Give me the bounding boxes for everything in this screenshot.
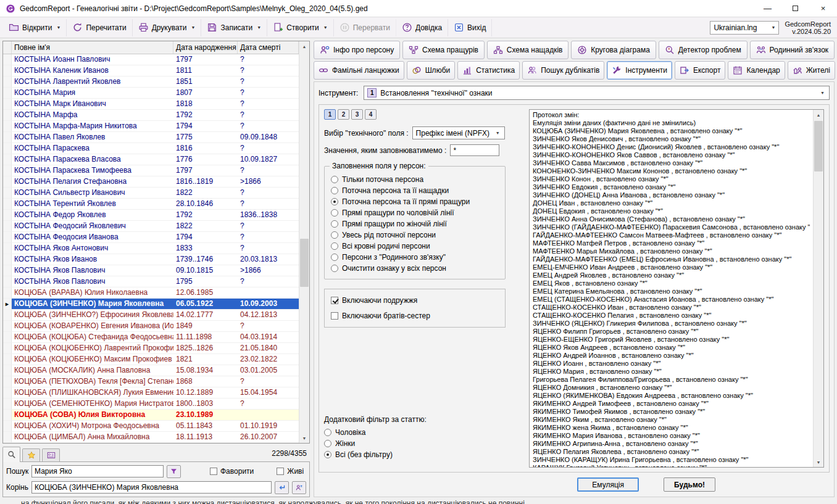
tab-search[interactable] (2, 447, 20, 462)
table-row[interactable]: КОСТЫНА Яков Антонович 1833 ? (3, 243, 299, 254)
protocol-log[interactable]: Протокол змін: Емуляція зміни даних (фак… (530, 110, 813, 467)
favorites-checkbox[interactable]: Фаворити (210, 467, 254, 476)
print-button[interactable]: Друкувати ▼ (133, 19, 202, 36)
gender-radio-option[interactable]: Жінки (324, 438, 523, 449)
table-row[interactable]: КОСТЫНА Яков Павлович 1795 ? (3, 276, 299, 287)
scope-radio-option[interactable]: Очистити ознаку у всіх персон (331, 263, 499, 274)
scope-radio-option[interactable]: Тільки поточна персона (331, 174, 499, 185)
tool-page-button[interactable]: 3 (351, 109, 363, 120)
grid-scrollbar[interactable]: ▲ ▼ (299, 41, 309, 443)
table-row[interactable]: КОСТЫНА Марфа 1792 ? (3, 110, 299, 121)
scrollbar-thumb[interactable] (300, 239, 309, 287)
maximize-button[interactable] (781, 0, 809, 17)
tab-descendants-chart[interactable]: Схема нащадків (487, 41, 568, 59)
scope-radio-option[interactable]: Прямі пращури по чоловічій лінії (331, 207, 499, 218)
tab-duplicates-search[interactable]: Пошук дублікатів (522, 61, 604, 80)
column-header-birth[interactable]: Дата народження (173, 41, 238, 54)
tab-residents[interactable]: Жителі (788, 61, 835, 80)
table-row[interactable]: КОСТЫНА Иоанн Павлович 1797 ? (3, 54, 299, 65)
reload-button[interactable]: Перечитати (67, 19, 132, 36)
table-row[interactable]: КОСТЫНА Марк Иванович 1818 ? (3, 99, 299, 110)
search-input[interactable]: Мария Яко (31, 465, 164, 477)
tab-circular-diagram[interactable]: Кругова діаграма (571, 41, 656, 59)
scroll-down-icon[interactable]: ▼ (814, 457, 823, 467)
table-row[interactable]: КОСТЫНА Мария 1807 ? (3, 88, 299, 99)
table-row[interactable]: КОСТЫНА Федор Яковлев 1792 1836..1838 (3, 210, 299, 221)
tab-person-card[interactable] (42, 448, 60, 461)
table-row[interactable]: КОЦЮБА (ПЕТЮХОВА) Текля [Фекла] Степанов… (3, 376, 299, 387)
scroll-up-icon[interactable]: ▲ (299, 41, 309, 51)
gender-radio-option[interactable]: Всі (без фільтру) (324, 449, 523, 460)
minimize-button[interactable]: — (754, 0, 781, 17)
table-row[interactable]: КОСТЫНА Сильвестр Иванович 1822 ? (3, 188, 299, 199)
scope-radio-option[interactable]: Поточна персона та її нащадки (331, 185, 499, 196)
table-row[interactable]: КОСТЫНА Павел Яковлев 1775 09.09.1848 (3, 132, 299, 143)
table-row[interactable]: КОЦЮБА (ЦИМБАЛ) Анна Михайловна 18.11.19… (3, 432, 299, 443)
table-row[interactable]: КОЦЮБА (ХОХИЧ) Мотрона Феодосьевна 05.11… (3, 421, 299, 432)
table-row[interactable]: КОСТЫНА Феодосия Иванова 1794 ? (3, 232, 299, 243)
include-checkbox-option[interactable]: Включаючи подружжя (331, 295, 499, 306)
table-row[interactable]: КОСТЫНА Параскева Власова 1776 10.09.182… (3, 154, 299, 165)
table-row[interactable]: КОЦЮБА (КОВАРЕНКО) Евгения Иванова (Иовл… (3, 321, 299, 332)
table-row[interactable]: КОСТЫНА Терентий Яковлев 28.10.1846 ? (3, 199, 299, 210)
scrollbar-thumb[interactable] (814, 121, 823, 171)
table-row[interactable]: КОСТЫНА Параскева Тимофеева 1797 ? (3, 165, 299, 176)
table-row[interactable]: КОЦЮБА (ЗИНЧЕНКО) Мария Яковлевна 06.05.… (3, 299, 299, 310)
table-row[interactable]: КОСТЫНА Каленик Иванов 1811 ? (3, 65, 299, 76)
root-input[interactable]: КОЦЮБА (ЗИНЧЕНКО) Мария Яковлевна (31, 481, 272, 494)
save-button[interactable]: Записати ▼ (201, 19, 267, 36)
set-root-button[interactable] (275, 481, 289, 494)
table-row[interactable]: КОСТЫНА Феодосий Яковлевич 1822 ? (3, 221, 299, 232)
table-row[interactable]: КОСТЫНА Марфа-Мария Никитова 1794 ? (3, 121, 299, 132)
table-row[interactable]: КОСТЫНА Пелагия Стефановна 1816..1819 >1… (3, 176, 299, 188)
help-button[interactable]: Довідка (396, 19, 448, 36)
tab-family-relation[interactable]: Родинний зв'язок (750, 41, 835, 59)
tab-person-info[interactable]: Інфо про персону (314, 41, 400, 59)
tab-statistics[interactable]: Статистика (457, 61, 520, 80)
scroll-down-icon[interactable]: ▼ (299, 433, 309, 443)
create-button[interactable]: Створити ▼ (267, 19, 334, 36)
table-row[interactable]: КОЦЮБА (КОЦЮБА) Стефанида Феодосьевна 11… (3, 332, 299, 343)
language-select[interactable]: Ukrainian.lng ▼ (710, 21, 779, 35)
table-row[interactable]: КОСТЫНА Лаврентий Яковлев 1851 ? (3, 76, 299, 88)
table-row[interactable]: КОСТЫНА Параскева 1816 ? (3, 143, 299, 154)
scope-radio-option[interactable]: Всі кровні родичі персони (331, 241, 499, 252)
scope-radio-option[interactable]: Поточна персона та її прямі пращури (331, 196, 499, 207)
protocol-scrollbar[interactable]: ▲ ▼ (813, 110, 823, 467)
table-row[interactable]: КОЦЮБА (КОЦЮБЕНКО) Максим Прокофиев 1821… (3, 354, 299, 365)
table-row[interactable]: КОСТЫНА Яков Павлович 09.10.1815 >1866 (3, 265, 299, 276)
exit-button[interactable]: Вихід (448, 19, 492, 36)
alive-checkbox[interactable]: Живі (277, 467, 304, 476)
tab-export[interactable]: Експорт (675, 61, 725, 80)
tab-problem-detector[interactable]: Детектор проблем (659, 41, 747, 59)
table-row[interactable]: КОЦЮБА (СЕМЕНЮТЕНКО) Мария Нистратова 18… (3, 399, 299, 410)
table-row[interactable]: КОЦЮБА (ЗИНЧЕНКО?) Ефросиния Яковлева 14… (3, 310, 299, 321)
scroll-up-icon[interactable]: ▲ (814, 110, 823, 120)
table-row[interactable]: КОЦЮБА (ВАРАВА) Юлия Николаевна 12.06.19… (3, 287, 299, 299)
table-row[interactable]: КОЦЮБА (КОЦЮБЕНКО) Лаврентий Прокофиев 1… (3, 343, 299, 354)
scope-radio-option[interactable]: Персони з "Родинного зв'язку" (331, 252, 499, 263)
tab-favorites[interactable] (22, 448, 40, 461)
column-header-name[interactable]: Повне ім'я (12, 41, 173, 54)
field-select-combobox[interactable]: Префікс імені (NPFX) ▼ (412, 126, 505, 139)
tool-page-button[interactable]: 4 (365, 109, 377, 120)
table-row[interactable]: КОЦЮБА (ПЛИШКАНОВСКАЯ) Лукия Евмениева 1… (3, 387, 299, 399)
fill-value-input[interactable]: * (450, 144, 499, 156)
emulate-button[interactable]: Емуляція (577, 477, 639, 492)
table-row[interactable]: КОСТЫНА Яков Иванов 1739..1746 20.03.181… (3, 254, 299, 265)
tab-ancestors-chart[interactable]: Схема пращурів (402, 41, 485, 59)
tool-page-button[interactable]: 1 (324, 109, 336, 120)
table-row[interactable]: КОЦЮБА (СОВА) Юлия Викторовна 23.10.1989 (3, 410, 299, 421)
tool-selector-combobox[interactable]: 1 Встановлення "технічної" ознаки ▼ (364, 86, 830, 100)
column-header-death[interactable]: Дата смерті (238, 41, 299, 54)
filter-button[interactable] (167, 465, 181, 478)
tab-tools[interactable]: Інструменти (607, 61, 672, 80)
interrupt-button[interactable]: Перервати (334, 19, 396, 36)
scope-radio-option[interactable]: Прямі пращури по жіночій лінії (331, 218, 499, 229)
goto-person-button[interactable] (292, 481, 306, 494)
close-button[interactable]: × (809, 0, 837, 17)
gender-radio-option[interactable]: Чоловіка (324, 427, 523, 438)
tab-family-chains[interactable]: Фамільні ланцюжки (314, 61, 404, 80)
table-row[interactable]: КОЦЮБА (МОСКАЛИК) Анна Павловна 15.08.19… (3, 365, 299, 376)
scope-radio-option[interactable]: Увесь рід поточної персони (331, 229, 499, 241)
